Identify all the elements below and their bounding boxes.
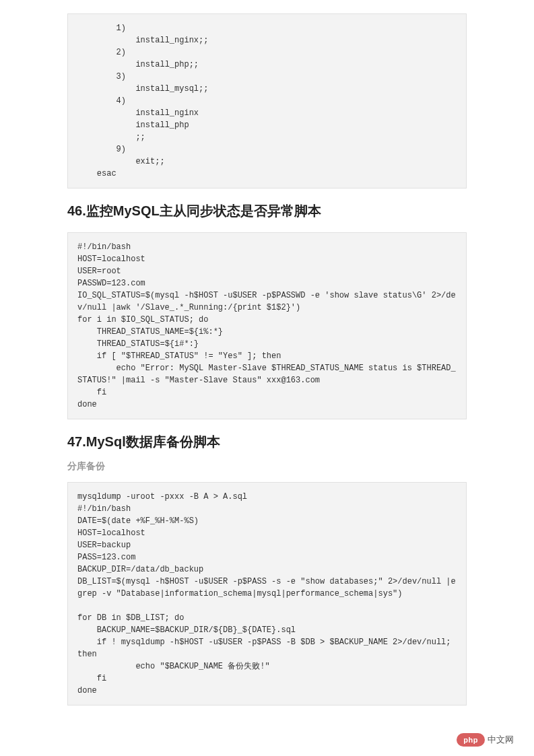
code-block-45-continuation: 1) install_nginx;; 2) install_php;; 3) i… [67, 13, 467, 188]
footer-logo: php 中文网 [457, 733, 514, 747]
heading-46: 46.监控MySQL主从同步状态是否异常脚本 [67, 202, 467, 220]
footer-text: 中文网 [488, 734, 514, 746]
code-block-47: mysqldump -uroot -pxxx -B A > A.sql #!/b… [67, 482, 467, 706]
document-content: 1) install_nginx;; 2) install_php;; 3) i… [0, 0, 534, 732]
code-block-46: #!/bin/bash HOST=localhost USER=root PAS… [67, 232, 467, 419]
php-badge-icon: php [457, 733, 485, 747]
subheading-47: 分库备份 [67, 460, 467, 473]
heading-47: 47.MySql数据库备份脚本 [67, 433, 467, 451]
